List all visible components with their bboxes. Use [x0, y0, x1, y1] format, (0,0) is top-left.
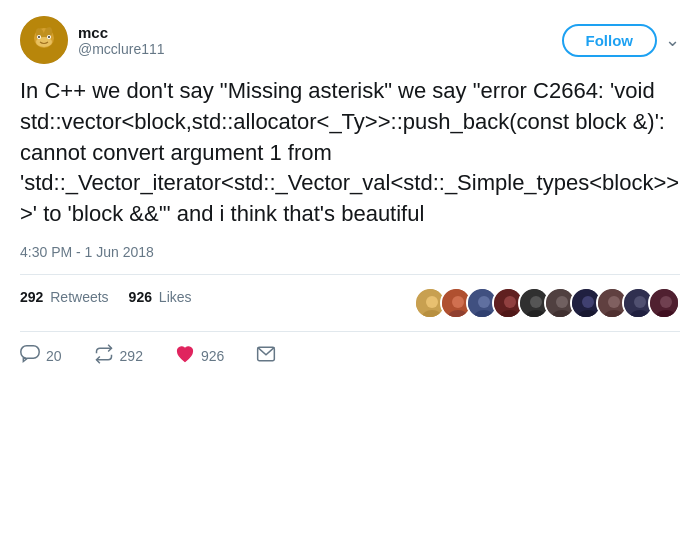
svg-point-22 — [530, 296, 542, 308]
reply-icon — [20, 344, 40, 369]
actions-row: 20 292 926 — [20, 344, 680, 369]
like-count: 926 — [129, 289, 152, 305]
tweet-header-left: mcc @mcclure111 — [20, 16, 165, 64]
username[interactable]: @mcclure111 — [78, 41, 165, 57]
heart-icon — [175, 344, 195, 369]
svg-point-37 — [660, 296, 672, 308]
like-label: Likes — [159, 289, 192, 305]
retweet-label: Retweets — [50, 289, 108, 305]
tweet-container: mcc @mcclure111 Follow ⌄ In C++ we don't… — [20, 16, 680, 369]
like-stat[interactable]: 926 Likes — [129, 289, 192, 305]
follow-button[interactable]: Follow — [562, 24, 658, 57]
retweet-icon — [94, 344, 114, 369]
mail-icon — [256, 344, 276, 369]
tweet-header: mcc @mcclure111 Follow ⌄ — [20, 16, 680, 64]
retweet-stat[interactable]: 292 Retweets — [20, 289, 109, 305]
retweeter-avatar-10[interactable] — [648, 287, 680, 319]
chevron-down-icon[interactable]: ⌄ — [665, 29, 680, 51]
svg-point-31 — [608, 296, 620, 308]
svg-point-28 — [582, 296, 594, 308]
svg-point-7 — [38, 36, 40, 38]
svg-point-25 — [556, 296, 568, 308]
retweet-action-count: 292 — [120, 348, 143, 364]
svg-point-13 — [452, 296, 464, 308]
retweeters-avatars — [414, 287, 680, 319]
user-info: mcc @mcclure111 — [78, 24, 165, 57]
svg-point-10 — [426, 296, 438, 308]
mail-action[interactable] — [256, 344, 276, 369]
display-name[interactable]: mcc — [78, 24, 165, 41]
svg-point-34 — [634, 296, 646, 308]
retweet-count: 292 — [20, 289, 43, 305]
tweet-text: In C++ we don't say "Missing asterisk" w… — [20, 76, 680, 230]
retweet-action[interactable]: 292 — [94, 344, 143, 369]
divider — [20, 274, 680, 275]
stats-and-avatars: 292 Retweets 926 Likes — [20, 287, 680, 319]
reply-action[interactable]: 20 — [20, 344, 62, 369]
reply-count: 20 — [46, 348, 62, 364]
svg-point-19 — [504, 296, 516, 308]
like-action[interactable]: 926 — [175, 344, 224, 369]
svg-point-8 — [48, 36, 50, 38]
like-action-count: 926 — [201, 348, 224, 364]
divider-2 — [20, 331, 680, 332]
avatar[interactable] — [20, 16, 68, 64]
stats-row: 292 Retweets 926 Likes — [20, 289, 192, 305]
tweet-header-right: Follow ⌄ — [562, 24, 681, 57]
tweet-timestamp: 4:30 PM - 1 Jun 2018 — [20, 244, 680, 260]
svg-point-16 — [478, 296, 490, 308]
